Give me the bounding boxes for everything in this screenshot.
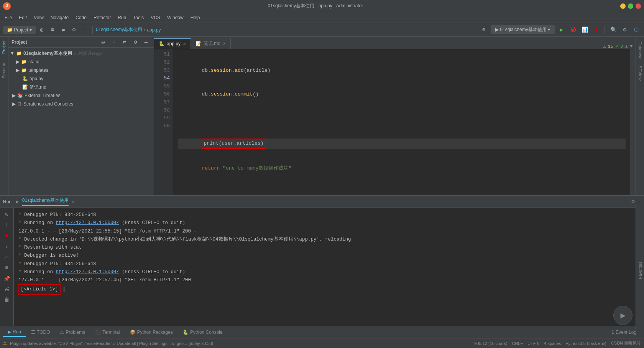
tree-item-ext-libs[interactable]: ▶ 📚 External Libraries — [8, 91, 154, 100]
tab-notes[interactable]: 📝 笔记.md ✕ — [191, 38, 231, 49]
toolbar-search-btn[interactable]: 🔍 — [609, 25, 618, 35]
md-file-icon: 📝 — [22, 84, 28, 90]
run-tab-close[interactable]: ✕ — [72, 199, 74, 205]
toolbar-add-config-btn[interactable]: ⊕ — [479, 25, 488, 35]
status-indent[interactable]: 4 spaces — [544, 341, 561, 346]
tree-item-label-templates: templates — [28, 68, 48, 73]
status-encoding[interactable]: UTF-8 — [527, 341, 539, 346]
project-locate-icon[interactable]: ◎ — [99, 38, 108, 47]
run-star-1: * — [18, 212, 24, 218]
toolbar-hide-btn[interactable]: — — [80, 25, 89, 35]
project-settings-icon[interactable]: ⚙ — [131, 38, 140, 47]
bottom-tab-problems[interactable]: ⚠ Problems — [55, 328, 90, 336]
close-button[interactable] — [636, 3, 641, 9]
toolbar-run-btn[interactable]: ▶ — [557, 25, 566, 35]
tree-root[interactable]: ▼ 📁 01sqlalchemy基本使用 D:\视频课程\pyt — [8, 49, 154, 58]
project-hide-icon[interactable]: — — [141, 38, 151, 47]
menu-navigate[interactable]: Navigate — [48, 14, 72, 21]
templates-folder-icon: 📁 — [21, 68, 27, 73]
line-numbers: 51 52 53 54 55 56 57 58 59 60 — [154, 49, 173, 195]
toolbar-settings-main-btn[interactable]: ⚙ — [620, 25, 629, 35]
project-expand-icon[interactable]: ⇄ — [120, 38, 129, 47]
tree-item-notes[interactable]: 📝 笔记.md — [8, 83, 154, 91]
toolbar-locate-btn[interactable]: ◎ — [37, 25, 46, 35]
run-scroll-up-btn[interactable]: ↑ — [2, 220, 12, 229]
status-line-sep[interactable]: CRLF — [512, 341, 523, 346]
menu-tools[interactable]: Tools — [130, 14, 147, 21]
menu-edit[interactable]: Edit — [16, 14, 30, 21]
code-content[interactable]: db.session.add(article) db.session.commi… — [173, 49, 630, 195]
run-stop-btn[interactable]: ■ — [2, 231, 12, 240]
toolbar-coverage-btn[interactable]: 📊 — [580, 25, 589, 35]
toolbar-collapse-btn[interactable]: ≡ — [48, 25, 57, 35]
scview-tab[interactable]: SCView — [638, 63, 642, 84]
chevron-up-icon[interactable]: ▲ — [625, 44, 628, 49]
run-link-2[interactable]: http://127.0.0.1:5000/ — [56, 269, 119, 275]
bottom-tab-python-packages[interactable]: 📦 Python Packages — [125, 328, 177, 336]
menu-window[interactable]: Window — [164, 14, 187, 21]
run-print-btn[interactable]: 🖨 — [2, 285, 12, 294]
tree-item-static[interactable]: ▶ 📁 static — [8, 58, 154, 66]
status-python-ver[interactable]: Python 3.8 (flask env) — [565, 341, 606, 346]
favorites-tab[interactable]: Favorites — [638, 259, 642, 282]
code-editor[interactable]: 51 52 53 54 55 56 57 58 59 60 db.session… — [154, 49, 636, 195]
toolbar-debug-btn[interactable]: 🐞 — [568, 25, 578, 35]
menu-run[interactable]: Run — [115, 14, 129, 21]
run-link-1[interactable]: http://127.0.0.1:5000/ — [56, 220, 119, 226]
folder-icon: 📁 — [16, 51, 22, 56]
bottom-tab-terminal[interactable]: ⬛ Terminal — [90, 328, 124, 336]
run-wrap-btn[interactable]: ⏎ — [2, 252, 12, 262]
tree-root-path: D:\视频课程\pyt — [74, 51, 103, 56]
menu-refactor[interactable]: Refactor — [90, 14, 114, 21]
code-line-52: db.session.commit() — [178, 91, 626, 99]
run-trash-btn[interactable]: 🗑 — [2, 295, 12, 305]
sidebar-tab-project[interactable]: Project — [0, 37, 8, 58]
toolbar-expand-btn[interactable]: ⇄ — [59, 25, 68, 35]
tab-apppy-close[interactable]: ✕ — [183, 42, 186, 46]
project-panel-header: Project ◎ ≡ ⇄ ⚙ — — [8, 37, 154, 48]
terminal-tab-label: Terminal — [102, 330, 120, 335]
status-position[interactable]: 905:12 (10 chars) — [474, 341, 507, 346]
editor-scrollbar[interactable] — [630, 49, 636, 195]
title-bar-left: J — [3, 2, 11, 10]
minimize-button[interactable] — [620, 3, 626, 9]
maximize-button[interactable] — [628, 3, 633, 9]
plugin-update-msg[interactable]: Plugin updates available: "CSV Plugin", … — [10, 341, 213, 346]
toolbar-settings-btn[interactable]: ⚙ — [69, 25, 79, 35]
tree-item-templates[interactable]: ▶ 📁 templates — [8, 66, 154, 74]
python-packages-tab-label: Python Packages — [137, 330, 173, 335]
play-overlay-btn[interactable]: ▶ — [613, 306, 632, 325]
run-restart-btn[interactable]: ↻ — [2, 209, 12, 219]
run-settings-icon[interactable]: ⚙ — [631, 198, 634, 205]
project-dropdown[interactable]: 📁 Project ▾ — [3, 26, 36, 34]
chevron-down-icon[interactable]: ▼ — [630, 44, 632, 49]
tab-notes-close[interactable]: ✕ — [223, 41, 226, 46]
tree-item-apppy[interactable]: 🐍 app.py — [8, 74, 154, 83]
status-csdn[interactable]: CSDN 目听风吟 — [611, 340, 641, 346]
sidebar-tab-structure[interactable]: Structure — [0, 58, 8, 82]
bottom-tab-run[interactable]: ▶ Run — [3, 328, 26, 337]
menu-help[interactable]: Help — [187, 14, 203, 21]
menu-file[interactable]: File — [2, 14, 15, 21]
tab-apppy[interactable]: 🐍 app.py ✕ — [154, 38, 191, 49]
run-pin-btn[interactable]: 📌 — [2, 274, 12, 283]
run-minimize-icon[interactable]: — — [638, 199, 641, 205]
toolbar-pycharm-btn[interactable]: ⬡ — [632, 25, 641, 35]
toolbar-stop-btn[interactable]: ■ — [591, 25, 601, 35]
menu-code[interactable]: Code — [72, 14, 90, 21]
database-tab[interactable]: Database — [638, 38, 642, 63]
line-num-59: 59 — [157, 114, 170, 122]
menu-view[interactable]: View — [31, 14, 47, 21]
bottom-tab-python-console[interactable]: 🐍 Python Console — [178, 328, 227, 336]
tree-item-label-static: static — [28, 59, 39, 64]
run-scroll-down-btn[interactable]: ↓ — [2, 242, 12, 251]
run-filter-btn[interactable]: ≡ — [2, 263, 12, 272]
code-line-54: print(user.articles) — [178, 139, 626, 149]
bottom-tab-todo[interactable]: ☰ TODO — [26, 328, 54, 336]
run-config-tab[interactable]: 01sqlalchemy基本使用 — [22, 197, 69, 206]
tree-item-scratches[interactable]: ▶ 🗒 Scratches and Consoles — [8, 100, 154, 108]
window-title: 01sqlalchemy基本使用 - app.py - Administrato… — [268, 3, 363, 9]
project-collapse-all-icon[interactable]: ≡ — [109, 38, 118, 47]
run-config-selector[interactable]: ▶ 01sqlalchemy基本使用 ▾ — [491, 25, 555, 34]
menu-vcs[interactable]: VCS — [148, 14, 163, 21]
